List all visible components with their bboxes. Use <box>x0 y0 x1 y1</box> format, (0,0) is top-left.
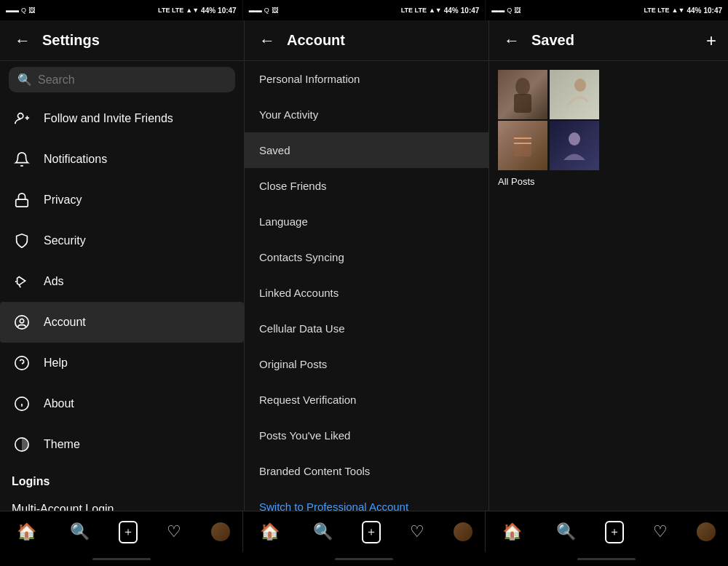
battery-pct-2: 44% <box>444 7 459 15</box>
account-item-language[interactable]: Language <box>245 204 488 239</box>
search-icon-2[interactable]: 🔍 <box>309 518 337 546</box>
info-circle-icon <box>12 394 32 414</box>
account-item-branded-content[interactable]: Branded Content Tools <box>245 453 488 489</box>
account-item-posts-liked[interactable]: Posts You've Liked <box>245 418 488 453</box>
add-icon-2[interactable]: ＋ <box>362 521 381 543</box>
multi-account-label: Multi-Account Login <box>12 503 114 511</box>
heart-icon-1[interactable]: ♡ <box>162 518 186 546</box>
svg-point-4 <box>15 316 28 329</box>
panel-saved: ← Saved + <box>489 20 728 511</box>
all-posts-label: All Posts <box>498 176 719 187</box>
ads-label: Ads <box>44 275 64 288</box>
time-1: 10:47 <box>218 7 237 15</box>
search-icon-1[interactable]: 🔍 <box>66 518 94 546</box>
battery-pct-1: 44% <box>201 7 215 15</box>
bottom-nav-1: 🏠 🔍 ＋ ♡ <box>0 511 243 552</box>
follow-label: Follow and Invite Friends <box>44 112 173 125</box>
account-item-saved[interactable]: Saved <box>245 132 488 168</box>
account-label: Account <box>44 316 86 329</box>
settings-header: ← Settings <box>0 20 244 61</box>
avatar-1[interactable] <box>211 522 230 541</box>
svg-point-6 <box>15 356 28 370</box>
status-right-1: LTE LTE ▲▼ 44% 10:47 <box>158 7 237 15</box>
sidebar-item-ads[interactable]: Ads <box>0 261 244 302</box>
add-icon-1[interactable]: ＋ <box>119 521 138 543</box>
status-bar-3: ▬▬ Q 🖼 LTE LTE ▲▼ 44% 10:47 <box>486 0 728 20</box>
sidebar-item-security[interactable]: Security <box>0 220 244 261</box>
search-bar: 🔍 <box>9 67 235 92</box>
saved-thumb-2[interactable] <box>550 70 599 119</box>
saved-title: Saved <box>531 32 574 49</box>
saved-thumb-1[interactable] <box>498 70 547 119</box>
sidebar-item-multi-account[interactable]: Multi-Account Login <box>0 493 244 511</box>
sidebar-item-theme[interactable]: Theme <box>0 424 244 465</box>
svg-point-18 <box>569 132 580 146</box>
saved-thumb-4[interactable] <box>550 121 599 170</box>
lock-icon <box>12 190 32 210</box>
sidebar-item-help[interactable]: Help <box>0 343 244 383</box>
theme-label: Theme <box>44 438 80 451</box>
home-icon-3[interactable]: 🏠 <box>498 518 526 546</box>
account-back-button[interactable]: ← <box>256 28 278 53</box>
account-item-personal-info[interactable]: Personal Information <box>245 61 488 97</box>
notifications-label: Notifications <box>44 153 107 166</box>
sidebar-item-account[interactable]: Account <box>0 302 244 343</box>
person-add-icon <box>12 108 32 129</box>
avatar-2[interactable] <box>454 522 472 541</box>
megaphone-icon <box>12 271 32 292</box>
account-item-contacts-syncing[interactable]: Contacts Syncing <box>245 239 488 275</box>
scroll-indicator-1 <box>92 558 151 560</box>
status-left-3: ▬▬ Q 🖼 <box>491 7 521 14</box>
logins-section-label: Logins <box>0 465 244 493</box>
status-left-2: ▬▬ Q 🖼 <box>249 7 278 14</box>
add-icon-3[interactable]: ＋ <box>605 521 624 543</box>
account-item-original-posts[interactable]: Original Posts <box>245 346 488 382</box>
saved-thumb-3[interactable] <box>498 121 547 170</box>
svg-point-5 <box>20 319 24 323</box>
home-icon-1[interactable]: 🏠 <box>12 518 41 546</box>
saved-add-button[interactable]: + <box>706 31 716 51</box>
saved-back-button[interactable]: ← <box>501 28 523 53</box>
switch-pro-link[interactable]: Switch to Professional Account <box>245 489 488 511</box>
account-item-request-verification[interactable]: Request Verification <box>245 382 488 418</box>
panel-account: ← Account Personal Information Your Acti… <box>245 20 489 511</box>
status-right-3: LTE LTE ▲▼ 44% 10:47 <box>644 7 722 15</box>
heart-icon-2[interactable]: ♡ <box>405 518 429 546</box>
sidebar-item-privacy[interactable]: Privacy <box>0 180 244 220</box>
svg-rect-13 <box>514 94 531 113</box>
time-2: 10:47 <box>461 7 480 15</box>
bottom-bars: 🏠 🔍 ＋ ♡ 🏠 🔍 ＋ ♡ 🏠 🔍 ＋ ♡ <box>0 511 728 552</box>
sidebar-item-notifications[interactable]: Notifications <box>0 139 244 180</box>
account-item-linked-accounts[interactable]: Linked Accounts <box>245 275 488 311</box>
help-label: Help <box>44 356 68 370</box>
status-bar-2: ▬▬ Q 🖼 LTE LTE ▲▼ 44% 10:47 <box>243 0 486 20</box>
about-label: About <box>44 397 74 410</box>
settings-back-button[interactable]: ← <box>12 28 33 53</box>
privacy-label: Privacy <box>44 194 82 207</box>
question-circle-icon <box>12 353 32 373</box>
security-label: Security <box>44 234 86 247</box>
heart-icon-3[interactable]: ♡ <box>649 518 672 546</box>
scroll-indicator-2 <box>335 558 393 560</box>
status-left-1: ▬▬ Q 🖼 <box>6 7 35 14</box>
bell-icon <box>12 149 32 170</box>
time-3: 10:47 <box>703 7 722 15</box>
search-input[interactable] <box>38 73 226 87</box>
account-item-your-activity[interactable]: Your Activity <box>245 97 488 132</box>
sidebar-item-about[interactable]: About <box>0 383 244 424</box>
status-right-2: LTE LTE ▲▼ 44% 10:47 <box>401 7 480 15</box>
bottom-nav-3: 🏠 🔍 ＋ ♡ <box>486 511 728 552</box>
panel-settings: ← Settings 🔍 Follow and Invite Friends <box>0 20 245 511</box>
person-circle-icon <box>12 312 32 332</box>
sidebar-item-follow[interactable]: Follow and Invite Friends <box>0 98 244 139</box>
battery-pct-3: 44% <box>687 7 701 15</box>
account-item-cellular-data[interactable]: Cellular Data Use <box>245 311 488 346</box>
search-icon-3[interactable]: 🔍 <box>552 518 580 546</box>
avatar-3[interactable] <box>697 522 716 541</box>
svg-rect-3 <box>16 199 28 207</box>
bottom-nav-2: 🏠 🔍 ＋ ♡ <box>243 511 486 552</box>
home-icon-2[interactable]: 🏠 <box>256 518 284 546</box>
account-item-close-friends[interactable]: Close Friends <box>245 168 488 204</box>
search-icon: 🔍 <box>17 73 32 87</box>
svg-point-0 <box>18 113 23 119</box>
